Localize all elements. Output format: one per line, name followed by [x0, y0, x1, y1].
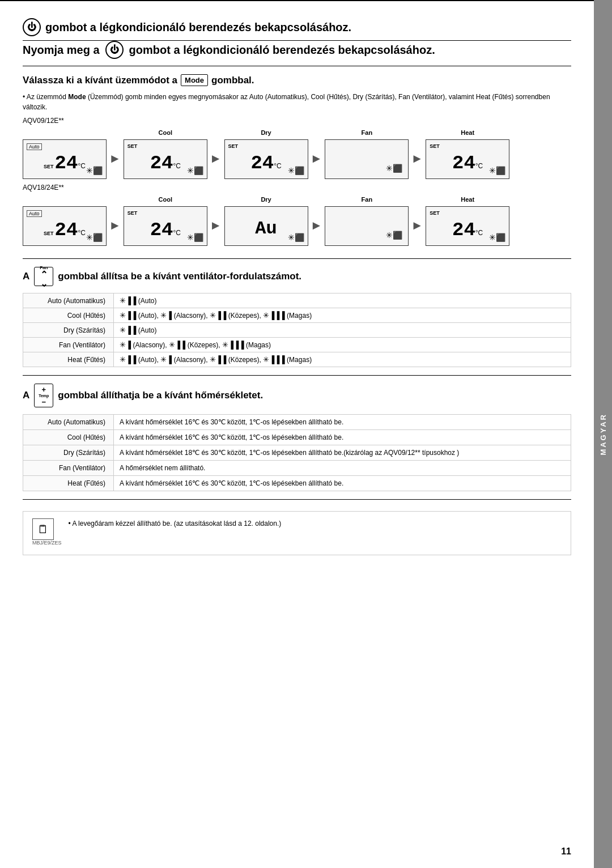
arrow-7: ►: [311, 218, 323, 233]
fan-table: Auto (Automatikus) ✳▐▐ (Auto) Cool (Hűté…: [23, 293, 571, 367]
temp-row-auto: Auto (Automatikus) A kívánt hőmérséklet …: [23, 415, 571, 430]
note-icon-container: 🗒 MBJ/E9/ZES: [32, 518, 62, 548]
temp-icon-box: + Temp −: [34, 384, 53, 407]
mode-button-label: Mode: [181, 74, 208, 86]
model2-label: AQV18/24E**: [23, 184, 571, 192]
temp-heading-suffix: gombbal állíthatja be a kívánt hőmérsékl…: [58, 390, 263, 401]
note-icon-box: 🗒: [32, 518, 54, 540]
display-dry-1: Dry SET 24 °C ✳⬛: [224, 129, 308, 179]
mode-heading-prefix: Válassza ki a kívánt üzemmódot a: [23, 75, 177, 86]
display-heat-2: Heat SET 24 °C ✳⬛: [426, 196, 509, 246]
arrow-1: ►: [109, 151, 121, 166]
temp-value-fan: A hőmérséklet nem állítható.: [114, 461, 571, 476]
power-heading-prefix: Nyomja meg a: [23, 44, 100, 57]
display-fan-1: Fan ✳⬛: [325, 129, 409, 179]
side-tab-label: MAGYAR: [599, 413, 607, 456]
temp-value-dry: A kívánt hőmérséklet 18℃ és 30℃ között, …: [114, 445, 571, 461]
temp-row-dry: Dry (Szárítás) A kívánt hőmérséklet 18℃ …: [23, 445, 571, 461]
temp-value-heat: A kívánt hőmérséklet 16℃ és 30℃ között, …: [114, 476, 571, 491]
display-auto-1: Auto SET 24 °C ✳⬛: [23, 129, 107, 179]
section-fan: A Fan ⌃⌄ gombbal állítsa be a kívánt ven…: [23, 267, 571, 376]
arrow-2: ►: [210, 151, 222, 166]
display-cool-2: Cool SET 24 °C ✳⬛: [124, 196, 207, 246]
power-heading-suffix: gombot a légkondicionáló berendezés beka…: [129, 44, 435, 57]
temp-mode-dry: Dry (Szárítás): [23, 445, 114, 461]
fan-row-heat: Heat (Fűtés) ✳▐▐ (Auto), ✳▐ (Alacsony), …: [23, 352, 571, 367]
fan-heading-prefix: A: [23, 271, 29, 282]
fan-mode-heat: Heat (Fűtés): [23, 352, 114, 367]
fan-value-heat: ✳▐▐ (Auto), ✳▐ (Alacsony), ✳▐▐ (Közepes)…: [114, 352, 571, 367]
note-document-icon: 🗒: [37, 523, 49, 536]
arrow-5: ►: [109, 218, 121, 233]
page-number: 11: [561, 846, 571, 857]
fan-value-cool: ✳▐▐ (Auto), ✳▐ (Alacsony), ✳▐▐ (Közepes)…: [114, 308, 571, 323]
fan-mode-auto: Auto (Automatikus): [23, 293, 114, 308]
temp-row-cool: Cool (Hűtés) A kívánt hőmérséklet 16℃ és…: [23, 430, 571, 445]
fan-heading-suffix: gombbal állítsa be a kívánt ventilátor-f…: [58, 271, 301, 282]
fan-mode-cool: Cool (Hűtés): [23, 308, 114, 323]
fan-heading-row: A Fan ⌃⌄ gombbal állítsa be a kívánt ven…: [23, 267, 571, 286]
fan-icon-arrows: ⌃⌄: [40, 270, 48, 288]
temp-icon-plus: +: [41, 385, 46, 394]
power-icon-circle: ⏻: [105, 41, 124, 59]
fan-row-dry: Dry (Szárítás) ✳▐▐ (Auto): [23, 323, 571, 338]
temp-mode-heat: Heat (Fűtés): [23, 476, 114, 491]
temp-mode-auto: Auto (Automatikus): [23, 415, 114, 430]
display-heat-1: Heat SET 24 °C ✳⬛: [426, 129, 509, 179]
display-auto-2: Auto SET 24 °C ✳⬛: [23, 196, 107, 246]
display-fan-2: Fan ✳⬛: [325, 196, 409, 246]
temp-row-heat: Heat (Fűtés) A kívánt hőmérséklet 16℃ és…: [23, 476, 571, 491]
note-text: • A levegőáram kézzel állítható be. (az …: [69, 518, 282, 529]
temp-mode-fan: Fan (Ventilátor): [23, 461, 114, 476]
fan-value-fan: ✳▐ (Alacsony), ✳▐▐ (Közepes), ✳▐▐▐ (Maga…: [114, 338, 571, 352]
mode-heading-row: Válassza ki a kívánt üzemmódot a Mode go…: [23, 74, 571, 86]
section-mode: Válassza ki a kívánt üzemmódot a Mode go…: [23, 74, 571, 259]
temp-row-fan: Fan (Ventilátor) A hőmérséklet nem állít…: [23, 461, 571, 476]
temp-icon-minus: −: [41, 398, 46, 406]
temp-heading-row: A + Temp − gombbal állíthatja be a kíván…: [23, 384, 571, 407]
temp-table: Auto (Automatikus) A kívánt hőmérséklet …: [23, 414, 571, 491]
fan-row-auto: Auto (Automatikus) ✳▐▐ (Auto): [23, 293, 571, 308]
arrow-8: ►: [411, 218, 423, 233]
section-power: ⏻ gombot a légkondicionáló berendezés be…: [23, 18, 571, 41]
arrow-4: ►: [411, 151, 423, 166]
fan-row-cool: Cool (Hűtés) ✳▐▐ (Auto), ✳▐ (Alacsony), …: [23, 308, 571, 323]
section-temp: A + Temp − gombbal állíthatja be a kíván…: [23, 384, 571, 500]
mode-bullet: • Az üzemmód Mode (Üzemmód) gomb minden …: [23, 92, 571, 112]
fan-mode-fan: Fan (Ventilátor): [23, 338, 114, 352]
fan-icon-box: Fan ⌃⌄: [34, 267, 53, 286]
fan-row-fan: Fan (Ventilátor) ✳▐ (Alacsony), ✳▐▐ (Köz…: [23, 338, 571, 352]
temp-mode-cool: Cool (Hűtés): [23, 430, 114, 445]
temp-value-cool: A kívánt hőmérséklet 16℃ és 30℃ között, …: [114, 430, 571, 445]
fan-mode-dry: Dry (Szárítás): [23, 323, 114, 338]
arrow-6: ►: [210, 218, 222, 233]
fan-value-dry: ✳▐▐ (Auto): [114, 323, 571, 338]
arrow-3: ►: [311, 151, 323, 166]
power-heading-row: Nyomja meg a ⏻ gombot a légkondicionáló …: [23, 41, 571, 59]
section-power-main: Nyomja meg a ⏻ gombot a légkondicionáló …: [23, 41, 571, 66]
note-section: 🗒 MBJ/E9/ZES • A levegőáram kézzel állít…: [23, 511, 571, 555]
temp-icon-label: Temp: [39, 394, 49, 398]
fan-value-auto: ✳▐▐ (Auto): [114, 293, 571, 308]
temp-value-auto: A kívánt hőmérséklet 16℃ és 30℃ között, …: [114, 415, 571, 430]
display-cool-1: Cool SET 24 °C ✳⬛: [124, 129, 207, 179]
side-tab: MAGYAR: [594, 0, 612, 868]
displays-row-2: Auto SET 24 °C ✳⬛ ► Cool SET: [23, 196, 571, 246]
mode-heading-suffix: gombbal.: [211, 75, 254, 86]
model1-label: AQV09/12E**: [23, 117, 571, 125]
display-dry-2: Dry Au ✳⬛: [224, 196, 308, 246]
temp-heading-prefix: A: [23, 390, 29, 401]
note-model-code: MBJ/E9/ZES: [32, 540, 62, 546]
displays-row-1: Auto SET 24 °C ✳⬛ ► Cool SET: [23, 129, 571, 179]
